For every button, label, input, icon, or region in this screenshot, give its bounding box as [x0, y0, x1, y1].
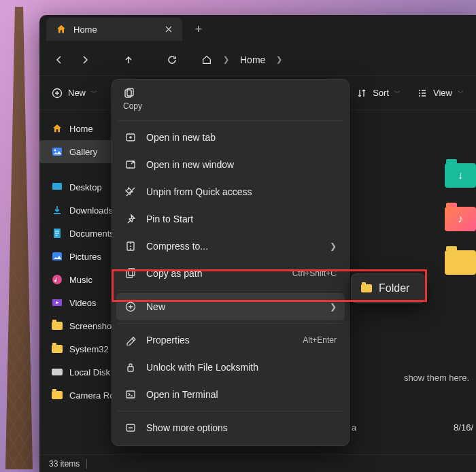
sidebar-item-label: Documents: [69, 229, 114, 239]
menu-unpin-quick-access[interactable]: Unpin from Quick access: [116, 178, 345, 205]
sidebar-item-label: Videos: [69, 298, 97, 308]
desktop-wallpaper-eiffel: [5, 7, 33, 469]
videos-icon: [52, 297, 63, 308]
new-button[interactable]: New ﹀: [52, 88, 97, 99]
more-options-icon: [124, 422, 137, 434]
menu-pin-to-start[interactable]: Pin to Start: [116, 205, 345, 233]
row-name: a: [352, 422, 356, 433]
menu-copy-as-path[interactable]: Copy as path Ctrl+Shift+C: [116, 260, 345, 287]
chevron-down-icon: ﹀: [91, 88, 97, 97]
copy-label: Copy: [123, 101, 142, 111]
list-row[interactable]: a 8/16/: [328, 422, 476, 433]
svg-rect-16: [128, 367, 133, 371]
menu-properties[interactable]: Properties Alt+Enter: [116, 326, 345, 354]
menu-shortcut: Ctrl+Shift+C: [292, 269, 337, 278]
documents-icon: [52, 228, 63, 239]
menu-show-more-options[interactable]: Show more options: [116, 414, 345, 441]
folder-generic[interactable]: [445, 250, 476, 275]
submenu-label: Folder: [379, 282, 409, 294]
svg-rect-17: [126, 391, 135, 398]
tab-title: Home: [73, 24, 97, 35]
svg-rect-5: [52, 252, 62, 260]
svg-point-6: [52, 275, 62, 284]
sidebar-item-label: Downloads: [69, 205, 113, 216]
svg-point-21: [131, 427, 133, 428]
copy-icon[interactable]: [123, 88, 135, 100]
status-bar: 33 items: [39, 454, 476, 472]
chevron-right-icon: ❯: [330, 241, 337, 251]
menu-compress[interactable]: Compress to... ❯: [116, 233, 345, 260]
gallery-icon: [52, 146, 63, 157]
forward-button[interactable]: [79, 54, 91, 66]
svg-rect-1: [52, 148, 62, 156]
menu-new[interactable]: New ❯: [116, 293, 345, 320]
row-date: 8/16/: [454, 422, 473, 433]
back-button[interactable]: [53, 54, 65, 66]
folder-downloads[interactable]: ↓: [445, 163, 476, 188]
menu-label: Open in new tab: [146, 132, 216, 143]
sidebar-item-label: Music: [69, 275, 92, 285]
sort-button[interactable]: Sort ﹀: [356, 88, 401, 99]
sidebar-item-label: Home: [69, 124, 93, 134]
menu-label: Copy as path: [146, 268, 203, 279]
menu-open-terminal[interactable]: Open in Terminal: [116, 381, 345, 408]
home-icon: [52, 123, 63, 134]
chevron-down-icon: ﹀: [394, 88, 401, 97]
tab-strip: Home +: [39, 15, 476, 44]
menu-label: Unpin from Quick access: [146, 186, 252, 197]
breadcrumb-current[interactable]: Home: [240, 54, 265, 65]
empty-hint-text: show them here.: [404, 373, 469, 383]
chevron-right-icon[interactable]: ❯: [276, 55, 282, 64]
view-button[interactable]: View ﹀: [417, 88, 464, 99]
menu-label: Properties: [146, 335, 190, 345]
chevron-right-icon: ❯: [330, 302, 337, 311]
menu-label: New: [146, 301, 165, 312]
menu-label: Pin to Start: [146, 214, 193, 224]
menu-label: Show more options: [146, 422, 228, 433]
copy-path-icon: [124, 267, 137, 280]
desktop-icon: [52, 182, 63, 192]
sort-label: Sort: [373, 88, 389, 98]
tab-home[interactable]: Home: [46, 18, 182, 41]
home-icon: [201, 54, 212, 65]
lock-icon: [124, 361, 137, 373]
sidebar-item-label: Gallery: [69, 147, 97, 157]
item-count: 33 items: [49, 459, 80, 469]
submenu-folder[interactable]: Folder: [354, 277, 422, 300]
folder-music[interactable]: ♪: [445, 207, 476, 231]
svg-rect-13: [126, 271, 133, 277]
menu-label: Open in new window: [146, 159, 234, 170]
menu-unlock-locksmith[interactable]: Unlock with File Locksmith: [116, 354, 345, 381]
menu-label: Open in Terminal: [146, 389, 218, 400]
sidebar-item-label: Local Disk: [69, 367, 110, 377]
plus-circle-icon: [52, 88, 63, 99]
folder-icon: [52, 343, 63, 354]
sidebar-item-label: System32: [69, 344, 109, 354]
up-button[interactable]: [122, 54, 135, 66]
new-tab-button[interactable]: +: [188, 22, 209, 37]
compress-icon: [124, 240, 137, 252]
folder-thumbnails: ↓ ♪: [445, 163, 476, 275]
music-icon: [52, 274, 63, 285]
new-tab-icon: [124, 131, 137, 144]
menu-label: Compress to...: [146, 241, 208, 252]
pin-icon: [124, 213, 137, 225]
home-icon: [56, 24, 67, 35]
properties-icon: [124, 334, 137, 346]
new-label: New: [68, 88, 86, 98]
svg-rect-14: [129, 269, 135, 275]
context-submenu-new: Folder: [351, 273, 426, 303]
view-icon: [417, 88, 428, 99]
refresh-button[interactable]: [166, 54, 178, 66]
music-note-icon: ♪: [445, 207, 476, 231]
svg-point-2: [54, 150, 56, 152]
menu-label: Unlock with File Locksmith: [146, 362, 258, 373]
sidebar-item-label: Desktop: [69, 182, 102, 192]
menu-open-new-tab[interactable]: Open in new tab: [116, 124, 345, 151]
view-label: View: [433, 88, 452, 98]
close-icon[interactable]: [165, 25, 173, 33]
address-bar[interactable]: ❯ Home ❯: [201, 54, 282, 65]
folder-icon: [361, 283, 372, 294]
svg-rect-3: [52, 183, 62, 190]
menu-open-new-window[interactable]: Open in new window: [116, 151, 345, 178]
